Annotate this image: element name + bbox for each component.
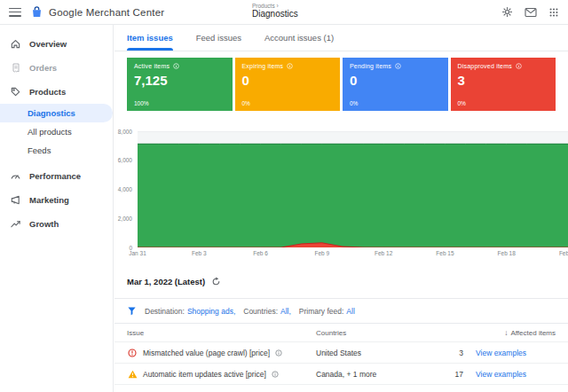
chart-y-tick: 4,000 <box>118 186 132 192</box>
settings-gear-icon[interactable] <box>501 6 513 18</box>
filter-destination[interactable]: Destination:Shopping ads, <box>145 307 235 316</box>
top-bar: Google Merchant Center Products › Diagno… <box>0 0 568 25</box>
breadcrumb: Products › Diagnostics <box>252 3 298 20</box>
sidebar-item-label: All products <box>28 127 72 137</box>
column-header-affected[interactable]: ↓ Affected items <box>431 328 556 337</box>
table-row[interactable]: Mismatched value (page crawl) [price] Un… <box>114 342 568 364</box>
view-examples-link[interactable]: View examples <box>476 349 526 357</box>
sort-descending-icon[interactable]: ↓ <box>504 328 508 337</box>
table-row[interactable]: Automatic item updates active [price] Ca… <box>114 364 568 385</box>
card-active-items[interactable]: Active items 7,125 100% <box>127 58 233 111</box>
issue-countries: Canada, + 1 more <box>316 370 431 379</box>
page-title: Diagnostics <box>252 9 298 20</box>
card-value: 0 <box>242 73 334 88</box>
sidebar-item-diagnostics[interactable]: Diagnostics <box>0 104 113 122</box>
chart-y-tick: 6,000 <box>118 157 132 163</box>
sidebar-item-label: Diagnostics <box>28 108 75 118</box>
card-value: 3 <box>458 73 549 88</box>
chart-x-tick: Feb 21 <box>559 250 568 256</box>
table-header-row: Issue Countries ↓ Affected items <box>114 324 568 342</box>
app-title: Google Merchant Center <box>49 7 164 18</box>
info-icon[interactable] <box>275 349 282 357</box>
main-content: Item issues Feed issues Account issues (… <box>114 25 568 392</box>
issues-table: Issue Countries ↓ Affected items Mismatc… <box>114 323 568 385</box>
sidebar-item-feeds[interactable]: Feeds <box>0 141 113 160</box>
merchant-center-logo <box>30 5 43 19</box>
sidebar-item-label: Marketing <box>29 195 69 205</box>
performance-gauge-icon <box>10 170 21 182</box>
sidebar-item-all-products[interactable]: All products <box>0 122 113 141</box>
chart-x-tick: Feb 12 <box>375 250 392 256</box>
card-percent: 100% <box>134 100 149 106</box>
info-icon[interactable] <box>287 63 293 69</box>
sidebar: Overview Orders Products Diagnostics All… <box>0 25 114 392</box>
sidebar-item-label: Overview <box>29 39 67 49</box>
filter-bar: Destination:Shopping ads, Countries:All,… <box>114 298 568 323</box>
history-date-row: Mar 1, 2022 (Latest) <box>127 277 568 286</box>
filter-countries[interactable]: Countries:All, <box>243 307 291 316</box>
sidebar-item-overview[interactable]: Overview <box>0 32 113 56</box>
issue-title: Mismatched value (page crawl) [price] <box>143 349 270 357</box>
sidebar-item-label: Performance <box>29 171 81 181</box>
breadcrumb-separator: › <box>276 3 278 9</box>
chart-x-tick: Feb 6 <box>253 250 268 256</box>
chart-x-axis: Jan 31Feb 3Feb 6Feb 9Feb 12Feb 15Feb 18F… <box>138 250 568 261</box>
chart-x-tick: Feb 3 <box>192 250 207 256</box>
sidebar-item-label: Growth <box>29 219 59 229</box>
tab-feed-issues[interactable]: Feed issues <box>196 25 241 51</box>
tab-bar: Item issues Feed issues Account issues (… <box>114 25 568 51</box>
sidebar-item-label: Feeds <box>28 145 51 155</box>
chart-x-tick: Feb 15 <box>436 250 454 256</box>
card-value: 0 <box>350 73 441 88</box>
orders-receipt-icon <box>10 62 21 74</box>
sidebar-item-marketing[interactable]: Marketing <box>0 188 113 212</box>
tab-item-issues[interactable]: Item issues <box>127 25 173 51</box>
view-examples-link[interactable]: View examples <box>476 370 526 379</box>
info-icon[interactable] <box>173 63 179 69</box>
apps-grid-icon[interactable] <box>548 7 559 18</box>
sidebar-item-label: Orders <box>29 63 57 73</box>
info-icon[interactable] <box>516 63 522 69</box>
card-title: Expiring items <box>242 63 284 69</box>
warning-icon <box>127 370 138 379</box>
filter-funnel-icon[interactable] <box>127 306 137 316</box>
chart-x-tick: Feb 9 <box>315 250 330 256</box>
column-header-issue: Issue <box>127 329 316 337</box>
sidebar-item-products[interactable]: Products <box>0 80 113 104</box>
card-percent: 0% <box>458 100 466 106</box>
refresh-icon[interactable] <box>211 277 221 286</box>
card-percent: 0% <box>350 100 358 106</box>
info-icon[interactable] <box>272 371 279 378</box>
mail-icon[interactable] <box>525 7 537 18</box>
affected-items-count: 3 <box>431 349 463 357</box>
affected-items-count: 17 <box>431 370 463 379</box>
chart-x-tick: Feb 18 <box>498 250 516 256</box>
topbar-actions <box>501 6 559 18</box>
card-percent: 0% <box>242 100 250 106</box>
history-date-label: Mar 1, 2022 (Latest) <box>127 277 205 286</box>
sidebar-item-orders[interactable]: Orders <box>0 56 113 80</box>
trending-up-icon <box>10 218 21 230</box>
chart-x-tick: Jan 31 <box>129 250 146 256</box>
chart-y-tick: 8,000 <box>118 129 132 135</box>
info-icon[interactable] <box>395 63 401 69</box>
tab-account-issues[interactable]: Account issues (1) <box>264 25 334 51</box>
chart-plot-area <box>138 131 568 247</box>
card-pending-items[interactable]: Pending items 0 0% <box>343 58 448 111</box>
sidebar-item-growth[interactable]: Growth <box>0 212 113 236</box>
sidebar-item-performance[interactable]: Performance <box>0 164 113 188</box>
sidebar-item-label: Products <box>29 87 66 97</box>
card-expiring-items[interactable]: Expiring items 0 0% <box>235 58 341 111</box>
products-tag-icon <box>10 86 21 98</box>
card-value: 7,125 <box>134 73 225 88</box>
hamburger-menu-icon[interactable] <box>9 8 21 17</box>
card-disapproved-items[interactable]: Disapproved items 3 0% <box>451 58 556 111</box>
card-title: Pending items <box>350 63 391 69</box>
filter-primary-feed[interactable]: Primary feed:All <box>299 307 355 316</box>
issue-countries: United States <box>316 349 431 357</box>
megaphone-icon <box>10 194 21 206</box>
breadcrumb-products[interactable]: Products <box>252 3 275 9</box>
card-title: Disapproved items <box>458 63 512 69</box>
chart-y-tick: 2,000 <box>118 216 132 222</box>
status-cards: Active items 7,125 100% Expiring items 0… <box>127 58 556 111</box>
